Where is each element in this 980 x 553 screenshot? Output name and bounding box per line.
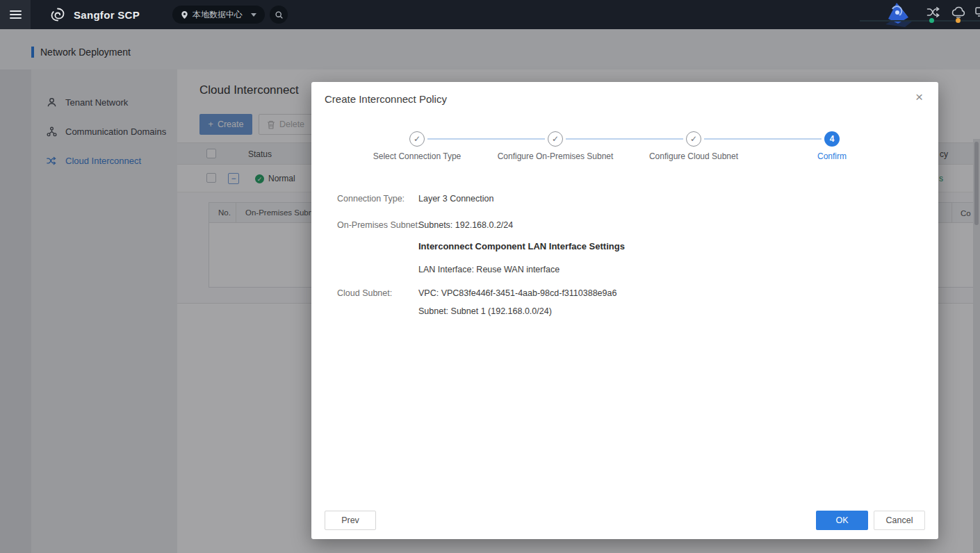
lan-interface-settings-heading: Interconnect Component LAN Interface Set… [418, 241, 625, 251]
status-dot-orange [956, 18, 961, 23]
dialog-title: Create Interconnect Policy [325, 93, 447, 105]
status-dot-green [929, 18, 934, 23]
chevron-down-icon [251, 13, 256, 17]
sangfor-logo-icon [49, 6, 67, 24]
step-connector [566, 138, 683, 140]
datacenter-selector[interactable]: 本地数据中心 [172, 6, 265, 24]
step-check-icon: ✓ [690, 134, 697, 144]
top-navbar: Sangfor SCP 本地数据中心 [0, 0, 980, 29]
step-3-indicator: ✓ [686, 131, 701, 147]
prev-button[interactable]: Prev [325, 511, 376, 530]
step-connector [704, 138, 822, 140]
cloud-status-icon[interactable] [951, 6, 966, 18]
cancel-button[interactable]: Cancel [874, 511, 925, 530]
step-1-indicator: ✓ [409, 131, 425, 147]
emblem-3d-icon[interactable] [877, 1, 916, 28]
status-line [860, 20, 980, 22]
step-check-icon: ✓ [414, 134, 420, 144]
on-premises-subnets-value: Subnets: 192.168.0.2/24 [418, 220, 513, 230]
search-button[interactable] [270, 6, 288, 24]
connection-type-value: Layer 3 Connection [418, 194, 493, 204]
step-connector [427, 138, 545, 140]
hamburger-icon [10, 8, 22, 21]
cloud-vpc-value: VPC: VPC83fe446f-3451-4aab-98cd-f3110388… [418, 288, 616, 298]
hamburger-menu-button[interactable] [0, 0, 31, 29]
datacenter-label: 本地数据中心 [193, 9, 243, 21]
step-1-label: Select Connection Type [348, 151, 487, 161]
lan-interface-value: LAN Interface: Reuse WAN interface [418, 265, 560, 274]
step-2-indicator: ✓ [548, 131, 563, 147]
search-icon [275, 10, 284, 19]
location-pin-icon [181, 10, 188, 19]
cloud-subnet-label: Cloud Subnet: [337, 288, 392, 298]
on-premises-subnet-label: On-Premises Subnet: [337, 220, 420, 230]
brand: Sangfor SCP [49, 0, 140, 29]
step-check-icon: ✓ [552, 134, 559, 144]
ok-button[interactable]: OK [816, 511, 868, 530]
close-icon[interactable]: × [915, 90, 923, 104]
step-4-indicator: 4 [824, 131, 840, 147]
step-2-label: Configure On-Premises Subnet [486, 151, 625, 161]
brand-name: Sangfor SCP [74, 9, 140, 21]
interconnect-status-icon[interactable] [926, 6, 940, 18]
step-4-label: Confirm [762, 151, 901, 161]
connection-type-label: Connection Type: [337, 194, 405, 204]
cloud-subnet-value: Subnet: Subnet 1 (192.168.0.0/24) [418, 306, 552, 316]
step-3-label: Configure Cloud Subnet [624, 151, 763, 161]
create-interconnect-policy-dialog: Create Interconnect Policy × ✓ ✓ ✓ 4 Sel… [311, 82, 938, 539]
edge-clipped-icon[interactable] [975, 6, 980, 18]
